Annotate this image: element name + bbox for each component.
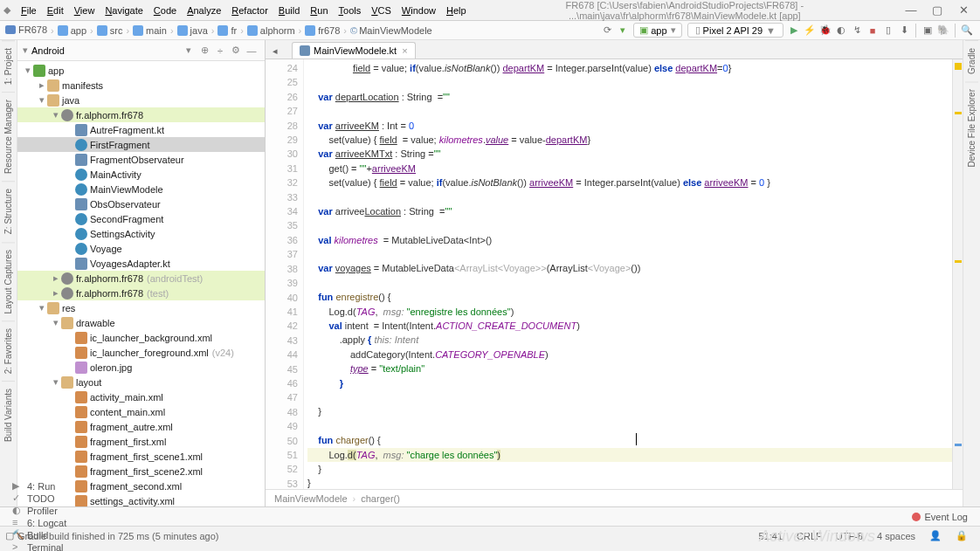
breadcrumb-segment[interactable]: main xyxy=(122,25,167,36)
breadcrumb-class[interactable]: MainViewModele xyxy=(274,493,361,504)
stop-icon[interactable]: ■ xyxy=(865,23,880,38)
lock-icon[interactable]: 🔒 xyxy=(949,530,975,541)
code-editor[interactable]: field = value; if(value.isNotBlank()) de… xyxy=(304,59,952,489)
breadcrumb-segment[interactable]: src xyxy=(86,25,122,36)
status-icon[interactable]: ▢ xyxy=(5,530,14,541)
tree-node[interactable]: ic_launcher_background.xml xyxy=(17,330,265,345)
tool-tab-resourcemanager[interactable]: Resource Manager xyxy=(2,92,15,181)
sync-gradle-icon[interactable]: 🐘 xyxy=(935,23,951,38)
menu-vcs[interactable]: VCS xyxy=(366,5,397,16)
tree-node[interactable]: ▸fr.alphorm.fr678(androidTest) xyxy=(17,271,265,286)
tree-node[interactable]: ▾fr.alphorm.fr678 xyxy=(17,107,265,122)
sdk-manager-icon[interactable]: ⬇ xyxy=(896,23,912,38)
tree-node[interactable]: VoyagesAdapter.kt xyxy=(17,256,265,271)
menu-build[interactable]: Build xyxy=(273,5,305,16)
analysis-status-icon[interactable] xyxy=(955,63,962,70)
tool-tab-project[interactable]: 1: Project xyxy=(2,40,15,92)
run-config-dropdown[interactable]: ▣ app ▾ xyxy=(633,23,681,38)
device-dropdown[interactable]: ▯ Pixel 2 API 29 ▼ xyxy=(687,23,783,38)
hide-icon[interactable]: — xyxy=(244,45,259,56)
sync-icon[interactable]: ⟳ xyxy=(599,23,615,38)
tree-node[interactable]: oleron.jpg xyxy=(17,360,265,375)
event-log-button[interactable]: Event Log xyxy=(905,512,975,522)
breadcrumb-segment[interactable]: fr xyxy=(208,25,237,36)
breadcrumb-segment[interactable]: java xyxy=(167,25,208,36)
menu-code[interactable]: Code xyxy=(148,5,182,16)
close-tab-icon[interactable]: × xyxy=(402,45,407,56)
context-icon[interactable]: 👤 xyxy=(922,530,949,541)
tree-node[interactable]: fragment_first_scene1.xml xyxy=(17,449,265,464)
tree-node[interactable]: FirstFragment xyxy=(17,137,265,152)
menu-navigate[interactable]: Navigate xyxy=(100,5,148,16)
breadcrumb-segment[interactable]: fr678 xyxy=(295,25,341,36)
editor-tab[interactable]: MainViewModele.kt × xyxy=(292,42,416,59)
menu-file[interactable]: File xyxy=(16,5,42,16)
collapse-icon[interactable]: ÷ xyxy=(212,45,228,56)
tree-node[interactable]: activity_main.xml xyxy=(17,389,265,404)
menu-refactor[interactable]: Refactor xyxy=(226,5,273,16)
tree-node[interactable]: Voyage xyxy=(17,241,265,256)
minimize-icon[interactable]: — xyxy=(898,3,924,17)
avd-manager-icon[interactable]: ▯ xyxy=(880,23,896,38)
maximize-icon[interactable]: ▢ xyxy=(924,3,950,17)
caret-position[interactable]: 51:41 xyxy=(752,531,790,541)
tool-tab-buildvariants[interactable]: Build Variants xyxy=(2,381,15,449)
tree-node[interactable]: ▾app xyxy=(17,63,265,78)
tree-node[interactable]: ▾layout xyxy=(17,375,265,389)
tool-tab-zstructure[interactable]: Z: Structure xyxy=(2,181,15,241)
tree-node[interactable]: ObsObservateur xyxy=(17,196,265,211)
settings-icon[interactable]: ⚙ xyxy=(228,45,244,56)
tree-node[interactable]: ic_launcher_foreground.xml(v24) xyxy=(17,345,265,360)
menu-analyze[interactable]: Analyze xyxy=(182,5,226,16)
project-tree[interactable]: ▾app▸manifests▾java▾fr.alphorm.fr678Autr… xyxy=(17,61,265,506)
search-everywhere-icon[interactable]: 🔍 xyxy=(959,23,975,38)
tree-node[interactable]: MainViewModele xyxy=(17,182,265,196)
tool-tab-devicefileexplorer[interactable]: Device File Explorer xyxy=(965,81,978,174)
tree-node[interactable]: ▸fr.alphorm.fr678(test) xyxy=(17,286,265,300)
indent-setting[interactable]: 4 spaces xyxy=(870,531,922,541)
tool-tab-favorites[interactable]: 2: Favorites xyxy=(2,320,15,381)
tree-node[interactable]: fragment_autre.xml xyxy=(17,419,265,434)
debug-icon[interactable]: 🐞 xyxy=(818,23,833,38)
apply-changes-icon[interactable]: ⚡ xyxy=(802,23,818,38)
profiler-icon[interactable]: ◐ xyxy=(833,23,849,38)
attach-debugger-icon[interactable]: ↯ xyxy=(849,23,865,38)
project-structure-icon[interactable]: ▣ xyxy=(920,23,935,38)
bottom-tab-todo[interactable]: ✓TODO xyxy=(5,492,73,505)
hammer-icon[interactable]: ▾ xyxy=(615,23,631,38)
bottom-tab-logcat[interactable]: ≡6: Logcat xyxy=(5,517,73,529)
tree-node[interactable]: MainActivity xyxy=(17,167,265,182)
tree-node[interactable]: content_main.xml xyxy=(17,404,265,419)
tree-node[interactable]: ▸manifests xyxy=(17,78,265,93)
bottom-tab-profiler[interactable]: ◐Profiler xyxy=(5,505,73,517)
target-icon[interactable]: ⊕ xyxy=(197,45,212,56)
project-view-selector[interactable]: Android xyxy=(31,45,186,56)
line-gutter[interactable]: 2425262728293031323334353637383940414243… xyxy=(266,59,304,489)
tree-node[interactable]: ▾drawable xyxy=(17,315,265,330)
menu-window[interactable]: Window xyxy=(397,5,441,16)
breadcrumb-segment[interactable]: alphorm xyxy=(237,25,294,36)
tree-node[interactable]: SettingsActivity xyxy=(17,226,265,241)
close-window-icon[interactable]: ✕ xyxy=(950,3,977,17)
breadcrumb-segment[interactable]: FR678 xyxy=(5,24,47,35)
menu-help[interactable]: Help xyxy=(441,5,472,16)
tree-node[interactable]: fragment_first.xml xyxy=(17,434,265,449)
menu-view[interactable]: View xyxy=(69,5,100,16)
menu-run[interactable]: Run xyxy=(305,5,333,16)
menu-tools[interactable]: Tools xyxy=(334,5,367,16)
menu-edit[interactable]: Edit xyxy=(42,5,69,16)
run-icon[interactable]: ▶ xyxy=(786,23,802,38)
bottom-tab-terminal[interactable]: >_Terminal xyxy=(5,541,73,552)
tool-tab-layoutcaptures[interactable]: Layout Captures xyxy=(2,242,15,320)
tree-node[interactable]: ▾res xyxy=(17,300,265,315)
tool-tab-gradle[interactable]: Gradle xyxy=(965,40,978,81)
tree-node[interactable]: ▾java xyxy=(17,93,265,107)
breadcrumb-segment[interactable]: app xyxy=(47,25,86,36)
tree-node[interactable]: AutreFragment.kt xyxy=(17,122,265,137)
breadcrumb-segment[interactable]: ©MainViewModele xyxy=(340,25,431,36)
line-separator[interactable]: CRLF xyxy=(790,531,829,541)
bottom-tab-run[interactable]: ▶4: Run xyxy=(5,480,73,492)
tab-scroll-left-icon[interactable]: ◂ xyxy=(267,43,283,59)
tree-node[interactable]: fragment_first_scene2.xml xyxy=(17,464,265,479)
tree-node[interactable]: FragmentObservateur xyxy=(17,152,265,167)
